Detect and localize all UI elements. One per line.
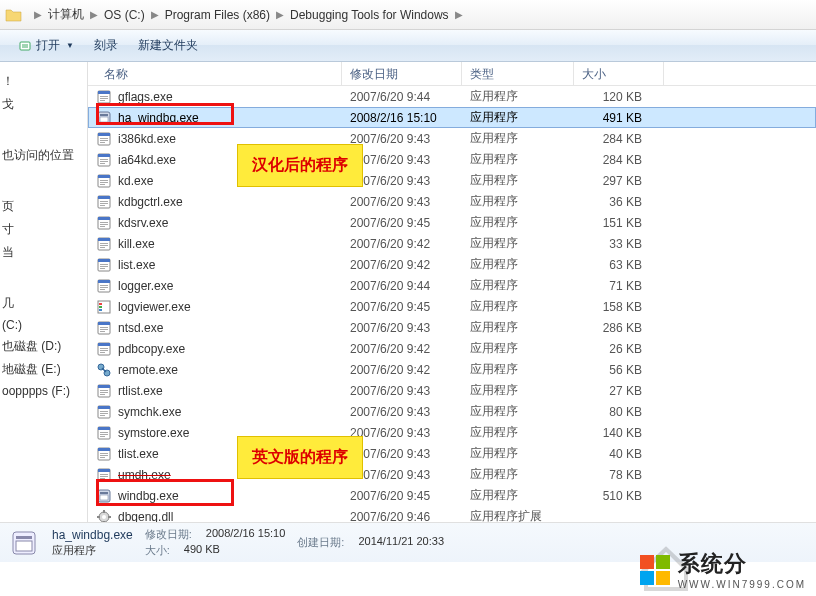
sidebar-item[interactable]: 寸 bbox=[0, 218, 87, 241]
breadcrumb-computer[interactable]: 计算机 bbox=[46, 6, 86, 23]
sidebar-item[interactable]: 当 bbox=[0, 241, 87, 264]
svg-rect-43 bbox=[100, 268, 105, 269]
file-size: 78 KB bbox=[582, 468, 662, 482]
file-row[interactable]: logviewer.exe2007/6/20 9:45应用程序158 KB bbox=[88, 296, 816, 317]
sidebar-item[interactable]: 戈 bbox=[0, 93, 87, 116]
svg-rect-12 bbox=[100, 140, 108, 141]
file-date: 2007/6/20 9:42 bbox=[350, 258, 470, 272]
file-row[interactable]: pdbcopy.exe2007/6/20 9:42应用程序26 KB bbox=[88, 338, 816, 359]
file-row[interactable]: umdh.exe2007/6/20 9:43应用程序78 KB bbox=[88, 464, 816, 485]
svg-rect-16 bbox=[100, 159, 108, 160]
header-date[interactable]: 修改日期 bbox=[342, 62, 462, 85]
file-row[interactable]: ia64kd.exe2007/6/20 9:43应用程序284 KB bbox=[88, 149, 816, 170]
file-row[interactable]: symchk.exe2007/6/20 9:43应用程序80 KB bbox=[88, 401, 816, 422]
sidebar-item[interactable]: (C:) bbox=[0, 315, 87, 335]
file-size: 33 KB bbox=[582, 237, 662, 251]
file-date: 2007/6/20 9:43 bbox=[350, 153, 470, 167]
sidebar-item[interactable]: ！ bbox=[0, 70, 87, 93]
file-icon bbox=[96, 320, 112, 336]
sidebar-item[interactable]: oopppps (F:) bbox=[0, 381, 87, 401]
breadcrumb-current[interactable]: Debugging Tools for Windows bbox=[288, 8, 451, 22]
file-row[interactable]: tlist.exe2007/6/20 9:43应用程序40 KB bbox=[88, 443, 816, 464]
file-row[interactable]: list.exe2007/6/20 9:42应用程序63 KB bbox=[88, 254, 816, 275]
file-row[interactable]: kd.exe2007/6/20 9:43应用程序297 KB bbox=[88, 170, 816, 191]
file-row[interactable]: kill.exe2007/6/20 9:42应用程序33 KB bbox=[88, 233, 816, 254]
file-row[interactable]: remote.exe2007/6/20 9:42应用程序56 KB bbox=[88, 359, 816, 380]
file-name: gflags.exe bbox=[118, 90, 350, 104]
address-bar[interactable]: ▶ 计算机 ▶ OS (C:) ▶ Program Files (x86) ▶ … bbox=[0, 0, 816, 30]
svg-rect-72 bbox=[98, 406, 110, 409]
svg-rect-83 bbox=[100, 453, 108, 454]
svg-rect-35 bbox=[98, 238, 110, 241]
file-type: 应用程序 bbox=[470, 361, 582, 378]
watermark-url: WWW.WIN7999.COM bbox=[678, 579, 806, 590]
header-name[interactable]: 名称 bbox=[88, 62, 342, 85]
file-date: 2007/6/20 9:43 bbox=[350, 321, 470, 335]
breadcrumb-drive[interactable]: OS (C:) bbox=[102, 8, 147, 22]
file-row[interactable]: i386kd.exe2007/6/20 9:43应用程序284 KB bbox=[88, 128, 816, 149]
svg-rect-87 bbox=[98, 469, 110, 472]
file-pane: 名称 修改日期 类型 大小 gflags.exe2007/6/20 9:44应用… bbox=[88, 62, 816, 557]
file-size: 120 KB bbox=[582, 90, 662, 104]
svg-rect-97 bbox=[16, 536, 32, 539]
sidebar-item[interactable]: 也访问的位置 bbox=[0, 144, 87, 167]
file-size: 297 KB bbox=[582, 174, 662, 188]
file-row[interactable]: ntsd.exe2007/6/20 9:43应用程序286 KB bbox=[88, 317, 816, 338]
file-row[interactable]: rtlist.exe2007/6/20 9:43应用程序27 KB bbox=[88, 380, 816, 401]
file-size: 63 KB bbox=[582, 258, 662, 272]
file-row[interactable]: logger.exe2007/6/20 9:44应用程序71 KB bbox=[88, 275, 816, 296]
svg-rect-93 bbox=[100, 495, 108, 500]
header-type[interactable]: 类型 bbox=[462, 62, 574, 85]
svg-rect-80 bbox=[100, 436, 105, 437]
svg-rect-68 bbox=[100, 390, 108, 391]
sidebar-item[interactable]: 地磁盘 (E:) bbox=[0, 358, 87, 381]
file-row[interactable]: symstore.exe2007/6/20 9:43应用程序140 KB bbox=[88, 422, 816, 443]
file-row[interactable]: gflags.exe2007/6/20 9:44应用程序120 KB bbox=[88, 86, 816, 107]
details-filename: ha_windbg.exe bbox=[52, 528, 133, 542]
file-date: 2007/6/20 9:45 bbox=[350, 216, 470, 230]
svg-rect-32 bbox=[100, 224, 108, 225]
svg-rect-13 bbox=[100, 142, 105, 143]
file-icon bbox=[96, 362, 112, 378]
file-row[interactable]: kdbgctrl.exe2007/6/20 9:43应用程序36 KB bbox=[88, 191, 816, 212]
microsoft-logo-icon bbox=[640, 555, 670, 585]
file-type: 应用程序 bbox=[470, 487, 582, 504]
file-row[interactable]: windbg.exe2007/6/20 9:45应用程序510 KB bbox=[88, 485, 816, 506]
annotation-callout: 英文版的程序 bbox=[237, 436, 363, 479]
header-size[interactable]: 大小 bbox=[574, 62, 664, 85]
svg-rect-31 bbox=[100, 222, 108, 223]
file-row[interactable]: ha_windbg.exe2008/2/16 15:10应用程序491 KB bbox=[88, 107, 816, 128]
breadcrumb-folder[interactable]: Program Files (x86) bbox=[163, 8, 272, 22]
sidebar-item[interactable]: 几 bbox=[0, 292, 87, 315]
svg-rect-10 bbox=[98, 133, 110, 136]
file-row[interactable]: kdsrv.exe2007/6/20 9:45应用程序151 KB bbox=[88, 212, 816, 233]
file-size: 71 KB bbox=[582, 279, 662, 293]
svg-rect-55 bbox=[100, 327, 108, 328]
file-type: 应用程序 bbox=[470, 382, 582, 399]
file-date: 2007/6/20 9:43 bbox=[350, 174, 470, 188]
file-size: 286 KB bbox=[582, 321, 662, 335]
sidebar-item[interactable]: 页 bbox=[0, 195, 87, 218]
file-type: 应用程序 bbox=[470, 193, 582, 210]
file-name: kdsrv.exe bbox=[118, 216, 350, 230]
file-size: 151 KB bbox=[582, 216, 662, 230]
file-icon bbox=[96, 257, 112, 273]
sidebar-item[interactable]: 也磁盘 (D:) bbox=[0, 335, 87, 358]
navigation-sidebar: ！ 戈 也访问的位置 页 寸 当 几 (C:) 也磁盘 (D:) 地磁盘 (E:… bbox=[0, 62, 88, 557]
svg-rect-89 bbox=[100, 476, 108, 477]
watermark-text: 系统分 bbox=[678, 549, 747, 579]
file-type: 应用程序 bbox=[470, 172, 582, 189]
svg-rect-38 bbox=[100, 247, 105, 248]
svg-rect-15 bbox=[98, 154, 110, 157]
new-folder-button[interactable]: 新建文件夹 bbox=[128, 33, 208, 58]
details-filetype: 应用程序 bbox=[52, 543, 133, 558]
file-type: 应用程序 bbox=[470, 298, 582, 315]
file-size: 27 KB bbox=[582, 384, 662, 398]
file-name: rtlist.exe bbox=[118, 384, 350, 398]
svg-rect-5 bbox=[100, 100, 105, 101]
file-icon bbox=[96, 194, 112, 210]
file-size: 80 KB bbox=[582, 405, 662, 419]
open-button[interactable]: 打开 ▼ bbox=[8, 33, 84, 58]
burn-button[interactable]: 刻录 bbox=[84, 33, 128, 58]
file-type: 应用程序 bbox=[470, 256, 582, 273]
